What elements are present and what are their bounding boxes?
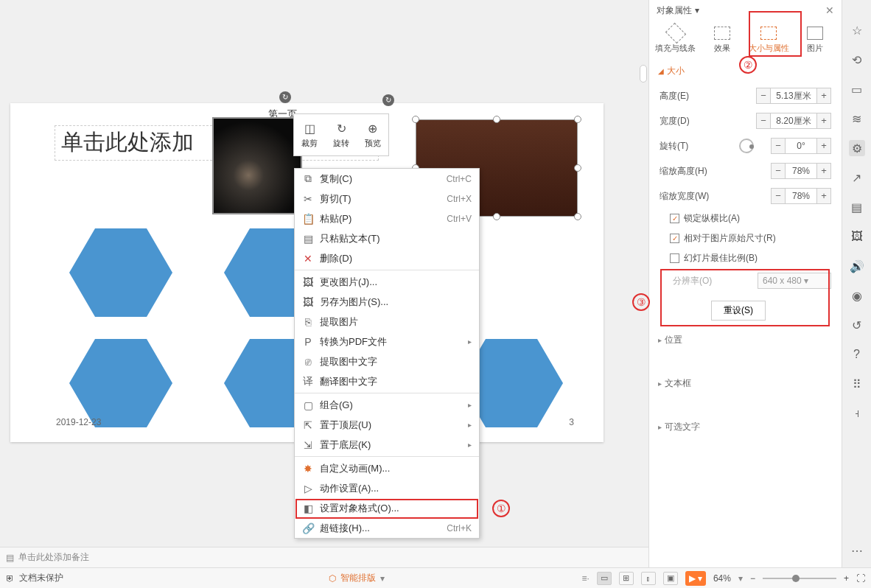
checkbox[interactable] bbox=[670, 234, 679, 243]
ctx-cut[interactable]: ✂剪切(T)Ctrl+X bbox=[295, 189, 479, 209]
hexagon-shape[interactable] bbox=[69, 339, 172, 427]
zoom-value[interactable]: 64% bbox=[713, 573, 731, 584]
check-best-scale[interactable]: 幻灯片最佳比例(B) bbox=[649, 248, 842, 268]
tab-picture[interactable]: 图片 bbox=[792, 27, 838, 54]
ctx-change-picture[interactable]: 🖼更改图片(J)... bbox=[295, 272, 479, 292]
panel-close-icon[interactable]: ✕ bbox=[825, 4, 834, 16]
image-icon[interactable]: 🖼 bbox=[849, 228, 865, 245]
decrease-button[interactable]: − bbox=[771, 138, 786, 154]
smart-layout-button[interactable]: 智能排版 bbox=[340, 572, 376, 584]
rotation-value[interactable]: 0° bbox=[786, 138, 816, 154]
increase-button[interactable]: + bbox=[816, 138, 831, 154]
reset-button[interactable]: 重设(S) bbox=[711, 301, 766, 321]
ctx-ocr[interactable]: ⎚提取图中文字 bbox=[295, 351, 479, 371]
section-position[interactable]: ▸位置 bbox=[649, 328, 842, 352]
ctx-action-settings[interactable]: ▷动作设置(A)... bbox=[295, 478, 479, 498]
prop-rotation: 旋转(T) − 0° + bbox=[649, 133, 842, 158]
rotate-handle-icon[interactable]: ↻ bbox=[279, 91, 291, 103]
resolution-select[interactable]: 640 x 480 ▾ bbox=[758, 273, 831, 289]
checkbox[interactable] bbox=[670, 214, 679, 223]
resize-handle[interactable] bbox=[574, 213, 581, 220]
ctx-save-as-picture[interactable]: 🖼另存为图片(S)... bbox=[295, 292, 479, 312]
crop-button[interactable]: ◫ 裁剪 bbox=[294, 114, 326, 155]
notes-bar[interactable]: ▤ 单击此处添加备注 bbox=[0, 547, 648, 567]
width-value[interactable]: 8.20厘米 bbox=[771, 113, 816, 129]
help-icon[interactable]: ? bbox=[849, 346, 865, 363]
section-alt-text[interactable]: ▸可选文字 bbox=[649, 415, 842, 439]
app-grid-icon[interactable]: ⠿ bbox=[849, 376, 865, 392]
rotation-dial[interactable] bbox=[739, 139, 754, 153]
ctx-paste-text[interactable]: ▤只粘贴文本(T) bbox=[295, 228, 479, 248]
select-icon[interactable]: ▭ bbox=[849, 81, 865, 97]
prop-width: 宽度(D) − 8.20厘米 + bbox=[649, 108, 842, 133]
sound-icon[interactable]: 🔊 bbox=[849, 258, 865, 274]
chart-icon[interactable]: ⫞ bbox=[849, 405, 865, 421]
properties-icon[interactable]: ⚙ bbox=[849, 140, 865, 156]
zoom-out-button[interactable]: − bbox=[750, 573, 755, 584]
ctx-to-pdf[interactable]: P转换为PDF文件▸ bbox=[295, 332, 479, 351]
increase-button[interactable]: + bbox=[816, 188, 831, 204]
ctx-custom-animation[interactable]: ✸自定义动画(M)... bbox=[295, 458, 479, 478]
preview-button[interactable]: ⊕ 预览 bbox=[357, 114, 388, 155]
more-icon[interactable]: ⋯ bbox=[849, 542, 865, 559]
zoom-thumb[interactable] bbox=[792, 575, 800, 582]
zoom-slider[interactable] bbox=[763, 578, 836, 579]
zoom-in-button[interactable]: + bbox=[844, 573, 849, 584]
animation-icon: ✸ bbox=[301, 463, 315, 475]
height-value[interactable]: 5.13厘米 bbox=[771, 88, 816, 104]
increase-button[interactable]: + bbox=[816, 113, 831, 129]
fit-button[interactable]: ⛶ bbox=[856, 573, 865, 584]
normal-view-button[interactable]: ▭ bbox=[597, 572, 612, 585]
tab-fill-line[interactable]: 填充与线条 bbox=[653, 27, 699, 54]
notes-view-button[interactable]: ▣ bbox=[663, 572, 678, 585]
ctx-paste[interactable]: 📋粘贴(P)Ctrl+V bbox=[295, 209, 479, 228]
resize-handle[interactable] bbox=[493, 213, 500, 220]
decrease-button[interactable]: − bbox=[756, 88, 771, 104]
resize-handle[interactable] bbox=[574, 164, 581, 172]
decrease-button[interactable]: − bbox=[756, 113, 771, 129]
hexagon-shape[interactable] bbox=[69, 228, 172, 317]
cloud-icon[interactable]: ⟲ bbox=[849, 52, 865, 68]
ctx-translate[interactable]: 译翻译图中文字 bbox=[295, 371, 479, 391]
ctx-group[interactable]: ▢组合(G)▸ bbox=[295, 395, 479, 415]
resize-handle[interactable] bbox=[412, 116, 419, 123]
ctx-extract-picture[interactable]: ⎘提取图片 bbox=[295, 312, 479, 332]
export-icon[interactable]: ↗ bbox=[849, 169, 865, 186]
layers-icon[interactable]: ≋ bbox=[849, 111, 865, 127]
checkbox[interactable] bbox=[670, 253, 679, 263]
tab-effects[interactable]: 效果 bbox=[699, 27, 745, 54]
ctx-bring-top[interactable]: ⇱置于顶层(U)▸ bbox=[295, 415, 479, 435]
reading-view-button[interactable]: ⫾ bbox=[641, 572, 656, 585]
scale-w-value[interactable]: 78% bbox=[786, 188, 816, 204]
selected-image-1[interactable] bbox=[213, 118, 301, 214]
annotation-3: ③ bbox=[632, 293, 650, 311]
increase-button[interactable]: + bbox=[816, 88, 831, 104]
ctx-format-object[interactable]: ◧设置对象格式(O)... bbox=[295, 498, 479, 518]
scale-h-value[interactable]: 78% bbox=[786, 163, 816, 179]
ctx-copy[interactable]: ⧉复制(C)Ctrl+C bbox=[295, 169, 479, 189]
resize-handle[interactable] bbox=[574, 116, 581, 123]
scroll-handle[interactable] bbox=[640, 65, 647, 83]
list-icon[interactable]: ≡· bbox=[582, 573, 590, 584]
tab-size-properties[interactable]: 大小与属性 bbox=[746, 27, 791, 54]
decrease-button[interactable]: − bbox=[771, 188, 786, 204]
rotate-handle-icon[interactable]: ↻ bbox=[382, 94, 394, 106]
protect-status[interactable]: 文档未保护 bbox=[19, 572, 63, 584]
ctx-delete[interactable]: ✕删除(D) bbox=[295, 248, 479, 268]
history-icon[interactable]: ↺ bbox=[849, 317, 865, 333]
slideshow-button[interactable]: ▶ ▾ bbox=[685, 571, 706, 586]
resize-handle[interactable] bbox=[493, 116, 500, 123]
shape-icon[interactable]: ◉ bbox=[849, 287, 865, 304]
template-icon[interactable]: ▤ bbox=[849, 199, 865, 215]
ctx-send-bottom[interactable]: ⇲置于底层(K)▸ bbox=[295, 435, 479, 455]
rotate-button[interactable]: ↻ 旋转 bbox=[326, 114, 357, 155]
check-relative-original[interactable]: 相对于图片原始尺寸(R) bbox=[649, 228, 842, 248]
ctx-hyperlink[interactable]: 🔗超链接(H)...Ctrl+K bbox=[295, 518, 479, 538]
section-textbox[interactable]: ▸文本框 bbox=[649, 371, 842, 396]
panel-tabs: 填充与线条 效果 大小与属性 图片 bbox=[649, 21, 842, 59]
sorter-view-button[interactable]: ⊞ bbox=[619, 572, 634, 585]
increase-button[interactable]: + bbox=[816, 163, 831, 179]
decrease-button[interactable]: − bbox=[771, 163, 786, 179]
favorite-icon[interactable]: ☆ bbox=[849, 22, 865, 38]
check-lock-ratio[interactable]: 锁定纵横比(A) bbox=[649, 209, 842, 228]
